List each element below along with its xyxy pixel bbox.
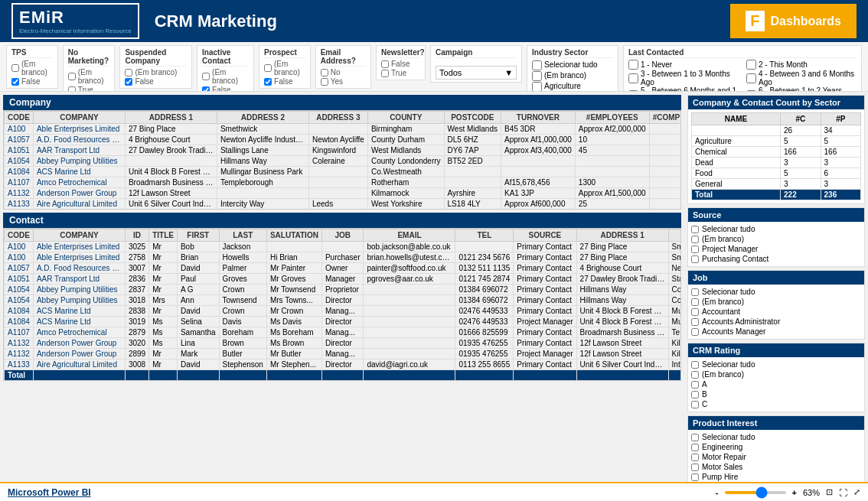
last-contacted-option-2[interactable]: 2 - This Month: [746, 60, 857, 70]
prospect-checkbox-2[interactable]: [264, 78, 272, 86]
table-row[interactable]: A1107Amco Petrochemical2879MsSamanthaBor…: [5, 327, 682, 338]
tps-checkbox-2[interactable]: [11, 78, 19, 86]
contact-table-container[interactable]: CODE COMPANY ID TITLE FIRST LAST SALUTAT…: [3, 228, 681, 381]
table-row[interactable]: A100Able Enterprises Limited3025MrBobJac…: [5, 242, 682, 252]
prospect-checkbox-1[interactable]: [264, 64, 272, 72]
email-option-1[interactable]: No: [321, 68, 366, 76]
inactive-option-2[interactable]: False: [202, 86, 249, 92]
table-row[interactable]: A1084ACS Marine Ltd2838MrDavidCrownMr Cr…: [5, 306, 682, 317]
no-marketing-option-1[interactable]: (Em branco): [68, 68, 110, 85]
contact-col-source: SOURCE: [514, 229, 576, 242]
table-row[interactable]: A1133Aire Agricultural Limited3008MrDavi…: [5, 359, 682, 370]
job-option-blank[interactable]: (Em branco): [691, 298, 861, 306]
expand-icon[interactable]: ⤢: [853, 487, 860, 497]
table-row[interactable]: A1057A.D. Food Resources Limited3007MrDa…: [5, 263, 682, 274]
company-table-container[interactable]: CODE COMPANY ADDRESS 1 ADDRESS 2 ADDRESS…: [3, 110, 681, 210]
table-row[interactable]: A1133Aire Agricultural LimitedUnit 6 Sil…: [5, 199, 682, 210]
crm-option-b[interactable]: B: [691, 390, 861, 399]
email-option-2[interactable]: Yes: [321, 77, 366, 86]
email-checkbox-2[interactable]: [321, 78, 328, 86]
product-option-motor-sales[interactable]: Motor Sales: [691, 463, 861, 471]
campaign-dropdown[interactable]: Todos ▼: [436, 66, 517, 80]
industry-option-all[interactable]: Selecionar tudo: [532, 60, 613, 70]
tps-option-1[interactable]: (Em branco): [11, 60, 53, 76]
job-option-accounts-mgr[interactable]: Accounts Manager: [691, 327, 861, 336]
last-contacted-option-4[interactable]: 4 - Between 3 and 6 Months Ago: [746, 70, 857, 86]
logo-box: EMiR Electro-Mechanical Information Reso…: [11, 3, 139, 39]
dashboards-button[interactable]: F Dashboards: [730, 4, 857, 38]
col-postcode: POSTCODE: [444, 112, 501, 124]
newsletter-checkbox-2[interactable]: [381, 70, 389, 77]
inactive-checkbox-2[interactable]: [202, 86, 210, 93]
table-row[interactable]: A1132Anderson Power Group2899MrMarkButle…: [5, 349, 682, 359]
list-item[interactable]: 2634: [692, 125, 861, 136]
newsletter-checkbox-1[interactable]: [381, 60, 389, 68]
crm-option-all[interactable]: Selecionar tudo: [691, 360, 861, 369]
source-option-blank[interactable]: (Em branco): [691, 235, 861, 243]
filter-campaign: Campaign Todos ▼: [430, 45, 522, 83]
product-option-pump-hire[interactable]: Pump Hire: [691, 473, 861, 481]
newsletter-option-1[interactable]: False: [381, 60, 420, 68]
job-option-accounts-admin[interactable]: Accounts Administrator: [691, 317, 861, 326]
tps-checkbox-1[interactable]: [11, 64, 19, 72]
zoom-minus-icon[interactable]: -: [716, 488, 719, 497]
tps-option-2[interactable]: False: [11, 77, 53, 86]
list-item[interactable]: Dead33: [692, 158, 861, 168]
table-row[interactable]: A1132Anderson Power Group3020MsLinaBrown…: [5, 338, 682, 349]
list-item[interactable]: Chemical166166: [692, 147, 861, 158]
table-row[interactable]: A1084ACS Marine Ltd3019MsSelinaDavisMs D…: [5, 317, 682, 327]
list-item[interactable]: Food56: [692, 168, 861, 179]
newsletter-option-2[interactable]: True: [381, 69, 420, 77]
product-option-all[interactable]: Selecionar tudo: [691, 433, 861, 441]
table-row[interactable]: A1084ACS Marine LtdUnit 4 Block B Forest…: [5, 167, 682, 177]
no-marketing-checkbox-1[interactable]: [68, 73, 76, 80]
crm-option-c[interactable]: C: [691, 400, 861, 408]
suspended-checkbox-1[interactable]: [125, 69, 132, 76]
table-row[interactable]: A1107Amco PetrochemicalBroadmarsh Busine…: [5, 177, 682, 188]
industry-option-agriculture[interactable]: Agriculture: [532, 81, 613, 92]
table-row[interactable]: A1057A.D. Food Resources Limited4 Brigho…: [5, 135, 682, 145]
powerbi-link[interactable]: Microsoft Power BI: [8, 487, 91, 498]
table-row[interactable]: A1051AAR Transport Ltd27 Dawley Brook Tr…: [5, 145, 682, 156]
suspended-option-2[interactable]: False: [125, 77, 187, 86]
crm-option-blank[interactable]: (Em branco): [691, 370, 861, 379]
zoom-slider[interactable]: [725, 491, 786, 494]
email-label: Email Address?: [321, 48, 366, 67]
suspended-checkbox-2[interactable]: [125, 78, 132, 86]
no-marketing-option-2[interactable]: True: [68, 86, 110, 92]
last-contacted-option-1[interactable]: 1 - Never: [628, 60, 739, 70]
fit-icon[interactable]: ⊡: [826, 487, 833, 497]
inactive-option-1[interactable]: (Em branco): [202, 68, 249, 85]
source-option-pc[interactable]: Purchasing Contact: [691, 255, 861, 263]
list-item[interactable]: Agriculture55: [692, 136, 861, 147]
list-item[interactable]: General33: [692, 179, 861, 190]
right-panel[interactable]: Company & Contact Count by Sector NAME #…: [684, 92, 868, 482]
last-contacted-option-6[interactable]: 6 - Between 1 to 2 Years Ago: [746, 86, 857, 92]
table-row[interactable]: A1054Abbey Pumping Utilities2837MrA GCro…: [5, 285, 682, 295]
job-option-all[interactable]: Selecionar tudo: [691, 288, 861, 296]
prospect-option-2[interactable]: False: [264, 77, 305, 86]
product-option-motor-repair[interactable]: Motor Repair: [691, 453, 861, 461]
zoom-plus-icon[interactable]: +: [792, 488, 797, 497]
table-row[interactable]: A1132Anderson Power Group12f Lawson Stre…: [5, 188, 682, 199]
email-checkbox-1[interactable]: [321, 69, 328, 76]
inactive-checkbox-1[interactable]: [202, 73, 210, 80]
source-option-pm[interactable]: Project Manager: [691, 245, 861, 253]
table-row[interactable]: A1136All Utilities GroupUnit 2B 8 Cowley…: [5, 210, 682, 210]
table-row[interactable]: A1054Abbey Pumping Utilities3018MrsAnnTo…: [5, 295, 682, 306]
source-option-all[interactable]: Selecionar tudo: [691, 225, 861, 233]
no-marketing-checkbox-2[interactable]: [68, 86, 76, 93]
suspended-option-1[interactable]: (Em branco): [125, 68, 187, 76]
table-row[interactable]: A100Able Enterprises Limited27 Bing Plac…: [5, 124, 682, 135]
last-contacted-option-5[interactable]: 5 - Between 6 Months and 1 Year Ago: [628, 86, 739, 92]
prospect-option-1[interactable]: (Em branco): [264, 60, 305, 76]
table-row[interactable]: A1054Abbey Pumping UtilitiesHillmans Way…: [5, 156, 682, 167]
job-option-accountant[interactable]: Accountant: [691, 307, 861, 316]
product-option-engineering[interactable]: Engineering: [691, 443, 861, 451]
fullscreen-icon[interactable]: ⛶: [839, 488, 847, 497]
table-row[interactable]: A1051AAR Transport Ltd2836MrPaulGrovesMr…: [5, 274, 682, 285]
last-contacted-option-3[interactable]: 3 - Between 1 to 3 Months Ago: [628, 70, 739, 86]
crm-option-a[interactable]: A: [691, 380, 861, 389]
table-row[interactable]: A100Able Enterprises Limited2758MrBrianH…: [5, 252, 682, 263]
industry-option-blank[interactable]: (Em branco): [532, 70, 613, 81]
